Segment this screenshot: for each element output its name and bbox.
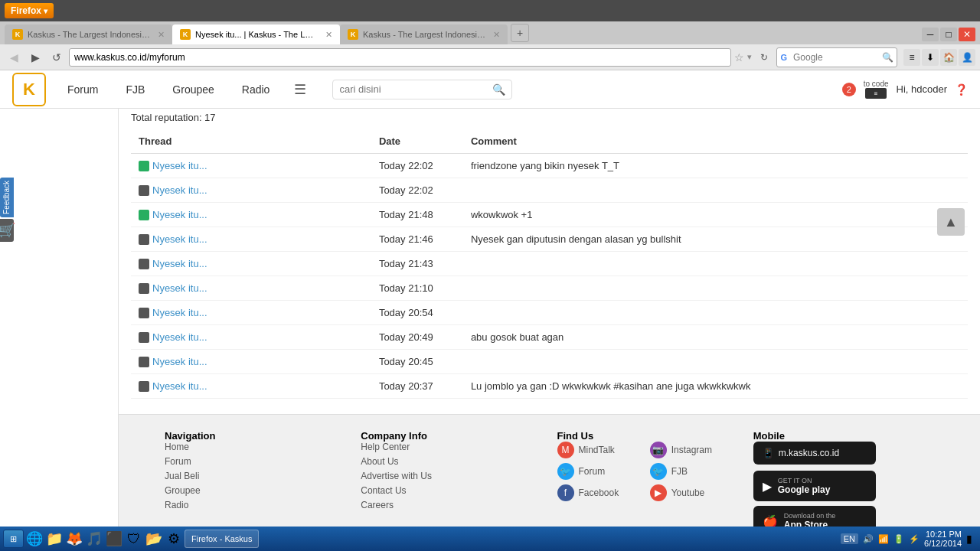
taskbar-icon-ie[interactable]: 🌐 [25, 530, 44, 548]
thread-link[interactable]: Nyesek itu... [152, 233, 207, 245]
tab-close-1[interactable]: ✕ [158, 30, 165, 40]
refresh-icon[interactable]: ↻ [755, 48, 773, 67]
browser-tab-3[interactable]: K Kaskus - The Largest Indonesian Com...… [340, 24, 508, 44]
feedback-tab[interactable]: Feedback [0, 178, 14, 217]
thread-cell: Nyesek itu... [131, 374, 371, 399]
google-play-icon: ▶ [763, 479, 772, 494]
thread-icon [139, 234, 149, 245]
taskbar-icon-shield[interactable]: 🛡 [125, 530, 143, 548]
taskbar-icon-media[interactable]: 🎵 [85, 530, 103, 548]
extension-icon[interactable]: ≡ [903, 49, 920, 66]
search-icon[interactable]: 🔍 [882, 52, 893, 63]
comment-cell [463, 178, 968, 203]
mindtalk-label: MindTalk [579, 445, 615, 455]
comment-header: Comment [463, 129, 968, 154]
thread-link[interactable]: Nyesek itu... [152, 356, 207, 367]
thread-link[interactable]: Nyesek itu... [152, 209, 207, 220]
footer-link-forum[interactable]: Forum [165, 456, 345, 467]
download-icon[interactable]: ⬇ [922, 49, 939, 66]
tab-close-2[interactable]: ✕ [325, 30, 332, 40]
thread-link[interactable]: Nyesek itu... [152, 282, 207, 294]
fjb-label: FJB [671, 466, 688, 477]
cart-tab[interactable]: 🛒 [0, 219, 14, 242]
footer-link-contact[interactable]: Contact Us [361, 485, 541, 496]
tab-title-1: Kaskus - The Largest Indonesian Com... [28, 30, 150, 39]
mobile-site-url: m.kaskus.co.id [779, 448, 839, 458]
comment-cell [463, 350, 968, 374]
profile-icon[interactable]: 👤 [959, 49, 975, 66]
close-button[interactable]: ✕ [959, 28, 975, 41]
taskbar-icon-folder[interactable]: 📁 [45, 530, 64, 548]
social-forum-twitter[interactable]: 🐦 Forum [557, 463, 645, 480]
reload-button[interactable]: ↺ [47, 48, 66, 67]
show-desktop-button[interactable]: ▮ [966, 533, 972, 545]
google-search-input[interactable] [789, 48, 880, 67]
thread-link[interactable]: Nyesek itu... [152, 307, 207, 318]
tab-close-3[interactable]: ✕ [493, 30, 500, 40]
taskbar-icon-cmd[interactable]: ⬛ [105, 530, 123, 548]
hamburger-menu-icon[interactable]: ☰ [291, 81, 309, 98]
taskbar-icon-firefox[interactable]: 🦊 [65, 530, 83, 548]
date-cell: Today 20:54 [371, 301, 463, 325]
nav-groupee[interactable]: Groupee [166, 80, 220, 99]
footer-link-groupee[interactable]: Groupee [165, 485, 345, 496]
taskbar-icon-settings[interactable]: ⚙ [165, 530, 183, 548]
search-submit-button[interactable]: 🔍 [492, 83, 505, 96]
thread-link[interactable]: Nyesek itu... [152, 184, 207, 196]
scroll-up-button[interactable]: ▲ [937, 208, 965, 236]
thread-cell: Nyesek itu... [131, 301, 371, 325]
footer-link-jualbeli[interactable]: Jual Beli [165, 471, 345, 481]
mobile-site-button[interactable]: 📱 m.kaskus.co.id [753, 442, 876, 465]
start-button[interactable]: ⊞ [3, 530, 24, 548]
thread-link[interactable]: Nyesek itu... [152, 258, 207, 269]
content-area: ▲ Total reputation: 17 Thread Date Comme… [119, 109, 980, 551]
tab-title-2: Nyesek itu... | Kaskus - The Largest In.… [195, 30, 318, 39]
nav-radio[interactable]: Radio [236, 80, 276, 99]
search-input[interactable] [339, 83, 492, 95]
google-play-button[interactable]: ▶ GET IT ON Google play [753, 471, 876, 501]
social-fjb-twitter[interactable]: 🐦 FJB [650, 463, 738, 480]
bookmark-icon[interactable]: ☆ [734, 51, 744, 64]
minimize-button[interactable]: ─ [922, 28, 939, 41]
address-bar[interactable] [69, 48, 731, 67]
help-icon[interactable]: ❓ [955, 83, 968, 96]
taskbar-icon-folder2[interactable]: 📂 [145, 530, 163, 548]
thread-header: Thread [131, 129, 371, 154]
new-tab-button[interactable]: + [511, 24, 529, 42]
footer-link-careers[interactable]: Careers [361, 500, 541, 510]
active-window-label[interactable]: Firefox - Kaskus [185, 530, 259, 548]
thread-icon [139, 185, 149, 196]
back-button[interactable]: ◀ [5, 48, 23, 67]
tocode-widget[interactable]: to code ≡ [864, 80, 889, 99]
date-cell: Today 20:49 [371, 325, 463, 350]
footer-link-helpcenter[interactable]: Help Center [361, 442, 541, 452]
date-cell: Today 20:45 [371, 350, 463, 374]
footer-link-aboutus[interactable]: About Us [361, 456, 541, 467]
social-facebook[interactable]: f Facebook [557, 484, 645, 501]
thread-link[interactable]: Nyesek itu... [152, 331, 207, 343]
social-instagram[interactable]: 📷 Instagram [650, 442, 738, 458]
table-row: Nyesek itu... Today 21:46 Nyesek gan dip… [131, 227, 968, 252]
thread-link[interactable]: Nyesek itu... [152, 380, 207, 392]
social-mindtalk[interactable]: M MindTalk [557, 442, 645, 458]
kaskus-logo[interactable]: K [12, 73, 46, 106]
footer-link-advertise[interactable]: Advertise with Us [361, 471, 541, 481]
comment-cell: wkowkwok +1 [463, 203, 968, 227]
notification-badge[interactable]: 2 [842, 83, 856, 96]
forward-button[interactable]: ▶ [26, 48, 44, 67]
table-row: Nyesek itu... Today 20:45 [131, 350, 968, 374]
nav-forum[interactable]: Forum [61, 80, 104, 99]
thread-link[interactable]: Nyesek itu... [152, 160, 207, 171]
footer-link-home[interactable]: Home [165, 442, 345, 452]
maximize-button[interactable]: □ [940, 28, 957, 41]
firefox-button[interactable]: Firefox [5, 3, 54, 18]
browser-tab-1[interactable]: K Kaskus - The Largest Indonesian Com...… [5, 24, 172, 44]
browser-tab-2[interactable]: K Nyesek itu... | Kaskus - The Largest I… [172, 24, 340, 44]
taskbar-time-display: 10:21 PM [924, 530, 962, 539]
footer-link-radio[interactable]: Radio [165, 500, 345, 510]
social-youtube[interactable]: ▶ Youtube [650, 484, 738, 501]
date-header: Date [371, 129, 463, 154]
thread-icon [139, 332, 149, 343]
nav-fjb[interactable]: FJB [119, 80, 151, 99]
home-icon[interactable]: 🏠 [940, 49, 957, 66]
